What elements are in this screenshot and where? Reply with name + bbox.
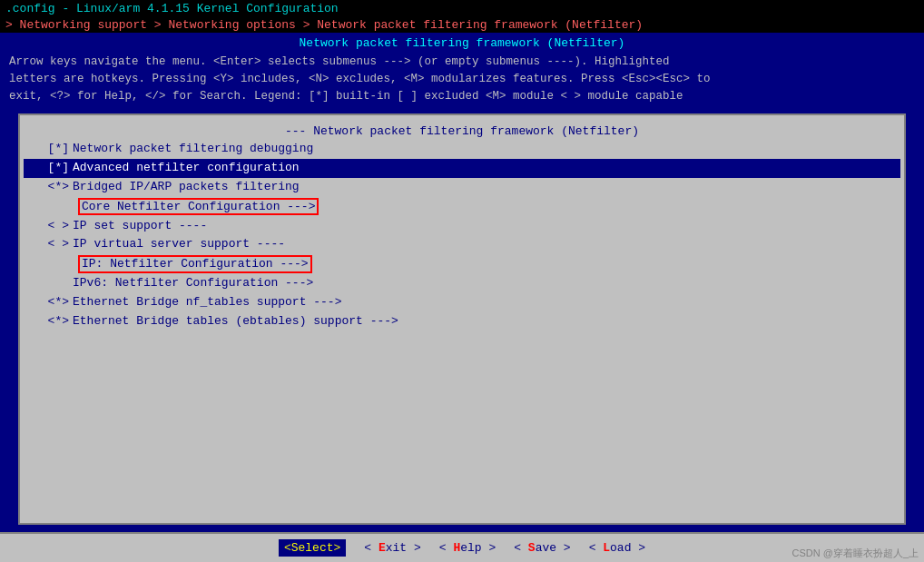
bottom-bar: <Select>< Exit >< Help >< Save >< Load > bbox=[0, 532, 924, 562]
menu-item-label: IPv6: Netfilter Configuration ---> bbox=[73, 276, 313, 290]
bottom-btn-exit[interactable]: < Exit > bbox=[364, 541, 420, 555]
help-line-1: Arrow keys navigate the menu. <Enter> se… bbox=[9, 54, 915, 71]
menu-item-prefix: [*] bbox=[24, 141, 69, 158]
menu-section-header: --- Network packet filtering framework (… bbox=[24, 123, 900, 140]
menu-item-label: Network packet filtering debugging bbox=[73, 142, 313, 155]
breadcrumb-text: > Networking support > Networking option… bbox=[5, 18, 643, 32]
help-text: Arrow keys navigate the menu. <Enter> se… bbox=[0, 52, 924, 106]
menu-item[interactable]: <*>Ethernet Bridge nf_tables support ---… bbox=[24, 293, 900, 312]
menu-item-prefix: < > bbox=[24, 218, 69, 235]
menu-item[interactable]: < >IP set support ---- bbox=[24, 217, 900, 236]
bottom-buttons-container: <Select>< Exit >< Help >< Save >< Load > bbox=[279, 539, 645, 557]
breadcrumb: > Networking support > Networking option… bbox=[0, 17, 924, 33]
menu-item-prefix: <*> bbox=[24, 313, 69, 330]
menu-item-label: IP: Netfilter Configuration ---> bbox=[78, 255, 312, 273]
help-line-2: letters are hotkeys. Pressing <Y> includ… bbox=[9, 71, 915, 88]
menu-item-label: Core Netfilter Configuration ---> bbox=[78, 198, 319, 216]
title-text: .config - Linux/arm 4.1.15 Kernel Config… bbox=[5, 2, 339, 15]
bottom-btn-load[interactable]: < Load > bbox=[589, 541, 645, 555]
menu-item-label: IP virtual server support ---- bbox=[73, 237, 285, 251]
menu-item-label: Ethernet Bridge tables (ebtables) suppor… bbox=[73, 314, 398, 328]
menu-item[interactable]: IPv6: Netfilter Configuration ---> bbox=[24, 274, 900, 293]
bottom-btn-help[interactable]: < Help > bbox=[439, 541, 496, 555]
menu-item-label: Advanced netfilter configuration bbox=[73, 161, 300, 174]
menu-item-label: Ethernet Bridge nf_tables support ---> bbox=[73, 295, 341, 309]
help-line-3: exit, <?> for Help, </> for Search. Lege… bbox=[9, 88, 915, 105]
menu-items-container: [*]Network packet filtering debugging[*]… bbox=[24, 140, 900, 330]
menu-item-prefix: <*> bbox=[24, 294, 69, 311]
bottom-btn-select[interactable]: <Select> bbox=[279, 539, 346, 557]
title-bar: .config - Linux/arm 4.1.15 Kernel Config… bbox=[0, 0, 924, 17]
menu-item-label: IP set support ---- bbox=[73, 219, 207, 232]
menu-box: --- Network packet filtering framework (… bbox=[18, 113, 906, 525]
menu-item[interactable]: <*>Ethernet Bridge tables (ebtables) sup… bbox=[24, 312, 900, 331]
menu-item[interactable]: IP: Netfilter Configuration ---> bbox=[24, 254, 900, 274]
menu-item[interactable]: [*]Network packet filtering debugging bbox=[24, 140, 900, 159]
menu-item[interactable]: < >IP virtual server support ---- bbox=[24, 235, 900, 254]
main-content: Network packet filtering framework (Netf… bbox=[0, 33, 924, 532]
watermark: CSDN @穿着睡衣扮超人_上 bbox=[791, 547, 919, 560]
menu-item-prefix: < > bbox=[24, 236, 69, 253]
terminal-window: .config - Linux/arm 4.1.15 Kernel Config… bbox=[0, 0, 924, 562]
menu-item-prefix: [*] bbox=[24, 160, 69, 177]
menu-item[interactable]: Core Netfilter Configuration ---> bbox=[24, 197, 900, 217]
bottom-btn-save[interactable]: < Save > bbox=[514, 541, 570, 555]
menu-item[interactable]: <*>Bridged IP/ARP packets filtering bbox=[24, 178, 900, 197]
menu-item[interactable]: [*]Advanced netfilter configuration bbox=[24, 159, 900, 178]
menu-item-prefix: <*> bbox=[24, 179, 69, 196]
menu-item-label: Bridged IP/ARP packets filtering bbox=[73, 180, 300, 193]
center-title: Network packet filtering framework (Netf… bbox=[0, 33, 924, 52]
